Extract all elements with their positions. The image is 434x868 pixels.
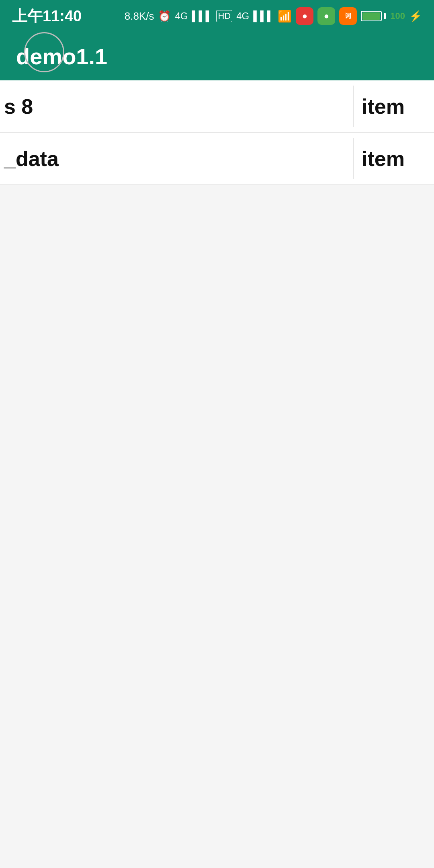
battery-body xyxy=(361,11,382,21)
wifi-icon: 📶 xyxy=(278,10,292,23)
battery-percentage: 100 xyxy=(390,11,405,21)
status-time: 上午11:40 xyxy=(12,6,82,27)
battery-fill xyxy=(362,12,380,20)
battery-tip xyxy=(384,13,386,19)
battery-indicator xyxy=(361,11,386,21)
charging-icon: ⚡ xyxy=(409,10,422,23)
signal-bars-1: ▌▌▌ xyxy=(192,10,212,22)
status-icons: 8.8K/s ⏰ 4G ▌▌▌ HD 4G ▌▌▌ 📶 ● ● 词 100 ⚡ xyxy=(125,7,422,25)
signal-4g-2: 4G xyxy=(236,10,249,22)
app-icon-green: ● xyxy=(317,7,335,25)
list-item[interactable]: _data item xyxy=(0,133,434,185)
circle-indicator xyxy=(24,32,64,72)
row-left-text-1: s 8 xyxy=(0,94,353,119)
network-speed: 8.8K/s xyxy=(125,10,154,23)
signal-4g-1: 4G xyxy=(175,10,188,22)
signal-bars-2: ▌▌▌ xyxy=(253,10,274,22)
app-icon-orange: 词 xyxy=(339,7,357,25)
status-bar: 上午11:40 8.8K/s ⏰ 4G ▌▌▌ HD 4G ▌▌▌ 📶 ● ● … xyxy=(0,0,434,32)
app-bar: demo1.1 xyxy=(0,32,434,80)
row-right-text-1: item xyxy=(354,94,434,119)
row-right-text-2: item xyxy=(354,147,434,171)
app-icon-red: ● xyxy=(296,7,313,25)
list-item[interactable]: s 8 item xyxy=(0,80,434,133)
row-left-text-2: _data xyxy=(0,147,353,171)
hd-icon: HD xyxy=(216,10,232,22)
content-area: s 8 item _data item xyxy=(0,80,434,185)
clock-icon: ⏰ xyxy=(158,10,171,23)
